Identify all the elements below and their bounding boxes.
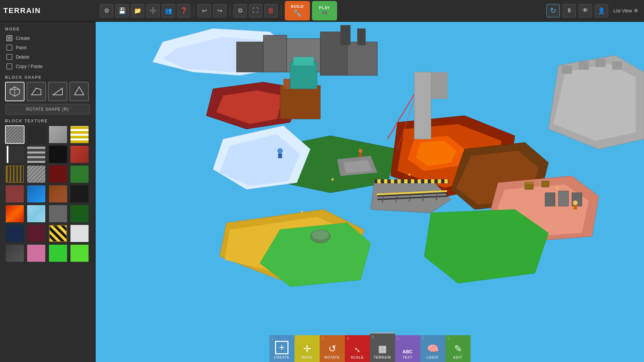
tri-shape-button[interactable] xyxy=(69,82,89,101)
text-tool-button[interactable]: 6 ABC TEXT xyxy=(395,335,420,362)
texture-blank-dark[interactable] xyxy=(70,185,89,203)
svg-rect-67 xyxy=(558,191,569,206)
app-title: TERRAIN xyxy=(3,6,97,15)
bottom-toolbar: 1 + CREATE 2 ✛ MOVE 3 ↺ ROTATE 4 ⤡ SCALE… xyxy=(96,334,644,362)
create-tool-button[interactable]: 1 + CREATE xyxy=(269,335,294,362)
texture-light-gray[interactable] xyxy=(48,125,68,144)
texture-blue-water[interactable] xyxy=(26,185,46,203)
create-checkbox[interactable]: ✕ xyxy=(6,35,12,41)
texture-red-brick[interactable] xyxy=(70,145,89,164)
texture-lime[interactable] xyxy=(70,244,89,262)
refresh-icon[interactable]: ↻ xyxy=(546,4,560,17)
move-tool-icon: ✛ xyxy=(303,343,311,354)
redo-icon[interactable]: ↪ xyxy=(213,4,226,17)
settings-icon[interactable]: ⚙ xyxy=(100,4,113,17)
texture-yellow-stripe[interactable] xyxy=(70,125,89,144)
right-controls: ↻ ⏸ 👁 👤 List View ≡ xyxy=(546,4,641,17)
texture-brown-red[interactable] xyxy=(5,185,24,203)
scale-tool-button[interactable]: 4 ⤡ SCALE xyxy=(345,335,370,362)
texture-cobble[interactable] xyxy=(26,165,46,183)
top-icons: ⚙ 💾 📁 ➕ 👥 ❓ ↩ ↪ ⧉ ⛶ 🗑 BUILD 🔧 PLAY 🎮 xyxy=(100,1,544,20)
expand-icon[interactable]: ⛶ xyxy=(249,4,262,17)
svg-rect-62 xyxy=(359,153,362,157)
save-icon[interactable]: 💾 xyxy=(115,4,129,17)
texture-very-dark[interactable] xyxy=(48,145,68,164)
viewport[interactable]: ★ ★ ★ ★ xyxy=(96,22,644,362)
users-icon[interactable]: 👥 xyxy=(162,4,175,17)
undo-icon[interactable]: ↩ xyxy=(198,4,211,17)
delete-icon[interactable]: 🗑 xyxy=(264,4,278,17)
svg-rect-55 xyxy=(562,65,572,74)
mode-create[interactable]: ✕ Create xyxy=(5,34,90,43)
pause-icon[interactable]: ⏸ xyxy=(562,4,576,17)
eye-icon[interactable]: 👁 xyxy=(579,4,592,17)
svg-marker-3 xyxy=(32,88,41,95)
texture-grid xyxy=(5,125,90,262)
mode-delete[interactable]: Delete xyxy=(5,52,90,62)
texture-forest-green[interactable] xyxy=(70,204,89,223)
ramp-shape-button[interactable] xyxy=(48,82,67,101)
texture-white-block[interactable] xyxy=(70,224,89,243)
mode-copy-paste[interactable]: Copy / Paste xyxy=(5,62,90,71)
create-tool-number: 1 xyxy=(271,337,273,341)
texture-bright-green[interactable] xyxy=(48,244,68,262)
texture-green-grass[interactable] xyxy=(70,165,89,183)
separator-1 xyxy=(194,5,194,16)
terrain-tool-icon: ▦ xyxy=(378,343,387,354)
texture-pink[interactable] xyxy=(26,244,46,262)
texture-fence[interactable] xyxy=(5,165,24,183)
rotate-shape-button[interactable]: ROTATE SHAPE (R) xyxy=(5,104,90,115)
texture-h-lines[interactable] xyxy=(26,145,46,164)
build-button[interactable]: BUILD 🔧 xyxy=(285,1,310,20)
delete-checkbox[interactable] xyxy=(6,54,12,60)
move-tool-button[interactable]: 2 ✛ MOVE xyxy=(294,335,320,362)
cube-shape-button[interactable] xyxy=(5,82,24,101)
help-icon[interactable]: ❓ xyxy=(177,4,191,17)
paint-label: Paint xyxy=(16,45,26,50)
svg-point-69 xyxy=(573,200,578,205)
texture-ice[interactable] xyxy=(26,204,46,223)
wedge-shape-button[interactable] xyxy=(26,82,46,101)
texture-lava[interactable] xyxy=(5,204,24,223)
copy-paste-checkbox[interactable] xyxy=(6,63,12,69)
add-icon[interactable]: ➕ xyxy=(146,4,160,17)
delete-label: Delete xyxy=(16,54,29,60)
texture-wine[interactable] xyxy=(26,224,46,243)
logic-tool-button[interactable]: 7 🧠 LOGIC xyxy=(420,335,445,362)
rotate-tool-label: ROTATE xyxy=(324,356,340,359)
logic-tool-icon: 🧠 xyxy=(427,343,439,354)
scale-tool-icon: ⤡ xyxy=(354,346,360,354)
svg-line-4 xyxy=(32,88,36,95)
person-icon[interactable]: 👤 xyxy=(595,4,608,17)
texture-hazard-stripe[interactable] xyxy=(48,224,68,243)
list-view-button[interactable]: List View ≡ xyxy=(611,5,641,16)
texture-stone-dark[interactable] xyxy=(5,244,24,262)
svg-rect-64 xyxy=(526,182,533,184)
texture-dark[interactable] xyxy=(26,125,46,144)
edit-tool-button[interactable]: 8 ✎ EDIT xyxy=(445,335,471,362)
mode-paint[interactable]: Paint xyxy=(5,43,90,52)
folder-icon[interactable]: 📁 xyxy=(131,4,144,17)
texture-dark-red[interactable] xyxy=(48,165,68,183)
create-tool-label: CREATE xyxy=(274,356,289,359)
rotate-tool-button[interactable]: 3 ↺ ROTATE xyxy=(320,335,345,362)
svg-rect-22 xyxy=(290,62,317,89)
copy-icon[interactable]: ⧉ xyxy=(233,4,247,17)
svg-rect-70 xyxy=(574,205,577,209)
texture-gray-stone[interactable] xyxy=(5,125,24,144)
logic-tool-label: LOGIC xyxy=(427,356,439,359)
wedge-svg xyxy=(30,85,42,98)
paint-checkbox[interactable] xyxy=(6,45,12,51)
svg-rect-20 xyxy=(280,85,320,119)
play-button[interactable]: PLAY 🎮 xyxy=(312,1,337,20)
svg-point-59 xyxy=(277,148,283,154)
mode-section: MODE ✕ Create Paint Delete Copy / Paste xyxy=(5,27,90,71)
texture-white-stripe[interactable] xyxy=(5,145,24,164)
texture-dark-blue[interactable] xyxy=(5,224,24,243)
texture-orange-dirt[interactable] xyxy=(48,185,68,203)
svg-point-73 xyxy=(312,230,329,240)
scale-tool-label: SCALE xyxy=(351,356,364,359)
create-label: Create xyxy=(16,36,30,41)
terrain-tool-button[interactable]: 5 ▦ TERRAIN xyxy=(370,333,395,362)
texture-medium-gray[interactable] xyxy=(48,204,68,223)
